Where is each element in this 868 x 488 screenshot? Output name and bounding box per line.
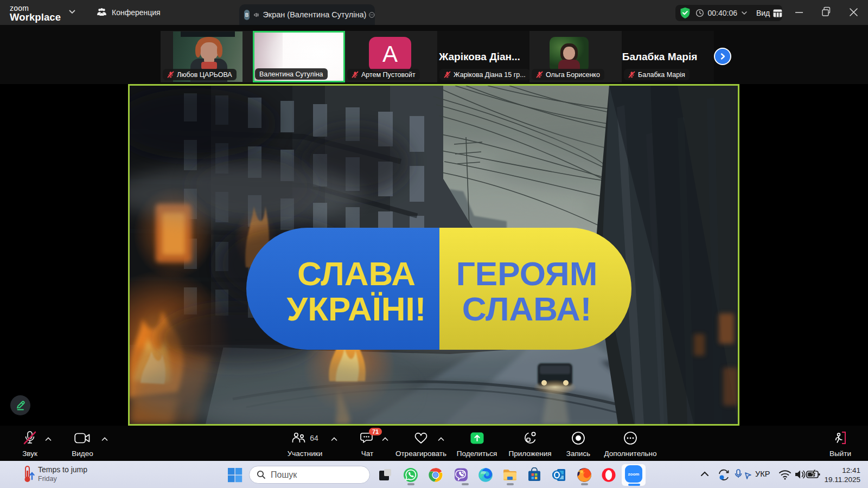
svg-text:УКРАЇНІ!: УКРАЇНІ!	[287, 290, 426, 328]
svg-text:СЛАВА!: СЛАВА!	[462, 290, 592, 328]
svg-text:СЛАВА: СЛАВА	[297, 255, 416, 292]
svg-text:ГЕРОЯМ: ГЕРОЯМ	[456, 255, 598, 292]
